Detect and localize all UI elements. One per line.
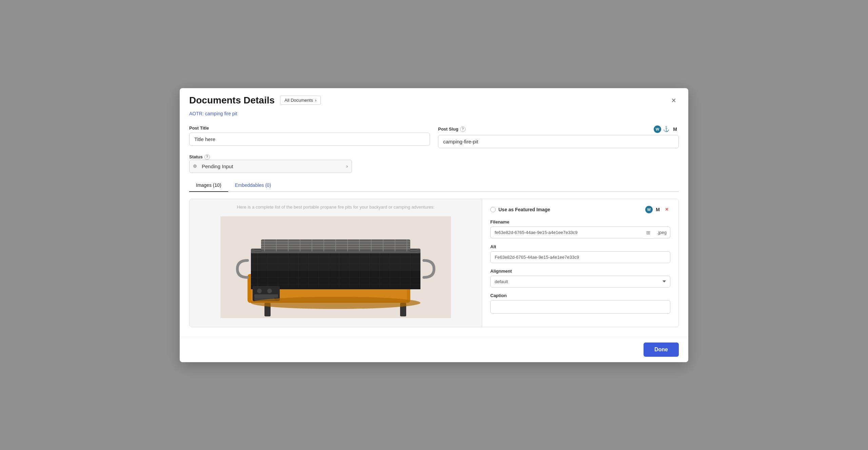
post-slug-label: Post Slug ?: [438, 126, 466, 132]
filename-group: Filename ⊞ .jpeg: [490, 219, 670, 239]
filename-icon-button[interactable]: ⊞: [643, 227, 654, 239]
svg-point-52: [257, 289, 262, 293]
status-dot-icon: [193, 164, 197, 168]
alt-label: Alt: [490, 244, 670, 249]
status-help-icon: ?: [204, 154, 210, 160]
status-group: Status ? Pending Input Draft Published A…: [189, 154, 352, 173]
breadcrumb-label: All Documents: [284, 98, 313, 103]
post-slug-group: Post Slug ? W ⚓ M: [438, 125, 679, 148]
image-description-text: Here is a complete list of the best port…: [195, 204, 476, 210]
post-title-group: Post Title: [189, 125, 430, 148]
filename-label: Filename: [490, 219, 670, 224]
post-slug-input[interactable]: [438, 135, 679, 148]
caption-group: Caption: [490, 293, 670, 314]
alignment-group: Alignment default left center right: [490, 269, 670, 288]
svg-point-56: [251, 297, 420, 309]
post-slug-help-icon: ?: [460, 126, 466, 132]
title-slug-row: Post Title Post Slug ? W ⚓ M: [189, 125, 679, 148]
alt-group: Alt: [490, 244, 670, 263]
status-label: Status ?: [189, 154, 352, 160]
alt-input[interactable]: [490, 251, 670, 263]
featured-image-radio[interactable]: [490, 207, 496, 212]
detail-platform-icons: W M ✕: [645, 206, 670, 213]
filename-extension: .jpeg: [654, 227, 670, 238]
tabs-row: Images (10) Embeddables (0): [189, 179, 679, 192]
close-button[interactable]: ×: [669, 95, 679, 106]
svg-rect-54: [254, 294, 278, 298]
modal-title-row: Documents Details All Documents ›: [189, 95, 321, 106]
modal: Documents Details All Documents › × AOTR…: [180, 88, 688, 362]
done-button[interactable]: Done: [644, 343, 679, 357]
featured-image-row: Use as Featured Image W M ✕: [490, 206, 670, 213]
anchor-icon: ⚓: [663, 125, 670, 133]
all-documents-button[interactable]: All Documents ›: [280, 96, 321, 105]
modal-overlay: Documents Details All Documents › × AOTR…: [0, 0, 868, 450]
image-details-panel: Use as Featured Image W M ✕ Filename: [482, 199, 678, 327]
modal-sublink: AOTR: camping fire pit: [180, 109, 688, 122]
alignment-select[interactable]: default left center right: [490, 276, 670, 288]
modal-title: Documents Details: [189, 95, 275, 106]
tab-images[interactable]: Images (10): [189, 179, 228, 192]
breadcrumb-arrow-icon: ›: [315, 98, 316, 103]
featured-image-label[interactable]: Use as Featured Image: [490, 207, 550, 212]
detail-x-icon: ✕: [663, 206, 670, 213]
status-select-wrap: Pending Input Draft Published Archived ›: [189, 160, 352, 173]
fire-pit-image: [195, 213, 476, 321]
caption-label: Caption: [490, 293, 670, 298]
medium-icon: M: [671, 125, 679, 133]
image-section: Here is a complete list of the best port…: [189, 199, 679, 327]
modal-footer: Done: [180, 337, 688, 362]
detail-wordpress-icon: W: [645, 206, 653, 213]
post-title-input[interactable]: [189, 133, 430, 146]
svg-point-53: [267, 289, 272, 293]
status-select[interactable]: Pending Input Draft Published Archived: [189, 160, 352, 173]
modal-header: Documents Details All Documents › ×: [180, 88, 688, 109]
platform-icons: W ⚓ M: [654, 125, 679, 133]
filename-row: ⊞ .jpeg: [490, 227, 670, 239]
modal-body: Post Title Post Slug ? W ⚓ M: [180, 122, 688, 337]
post-slug-header: Post Slug ? W ⚓ M: [438, 125, 679, 133]
aotr-link[interactable]: AOTR: camping fire pit: [189, 111, 237, 116]
image-preview-panel: Here is a complete list of the best port…: [190, 199, 482, 327]
wordpress-icon: W: [654, 125, 661, 133]
tab-embeddables[interactable]: Embeddables (0): [228, 179, 278, 192]
post-title-label: Post Title: [189, 125, 430, 131]
caption-input[interactable]: [490, 300, 670, 314]
filename-input[interactable]: [490, 227, 643, 238]
detail-medium-icon: M: [654, 206, 662, 213]
alignment-label: Alignment: [490, 269, 670, 274]
